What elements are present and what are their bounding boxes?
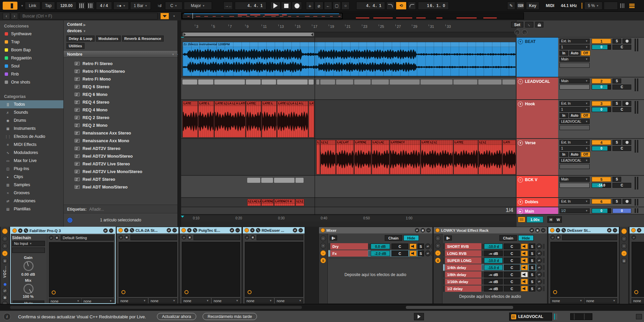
horizontal-scrollbar[interactable] <box>0 304 644 311</box>
chain-hotswap-icon[interactable]: ⇄ <box>536 265 542 270</box>
audio-clip[interactable]: L( L( <box>478 140 502 174</box>
chain-drag-handle[interactable] <box>443 285 444 292</box>
chain-name[interactable]: SUPER LONG <box>445 257 481 264</box>
plugin-edit-icon[interactable]: 🔧 <box>256 228 260 232</box>
chain-solo-button[interactable]: S <box>418 244 424 249</box>
sidebar-item-collection[interactable]: Trap <box>0 38 63 46</box>
draw-mode-button[interactable]: ▢ <box>333 2 341 10</box>
chain-name[interactable]: LONG RVB <box>445 250 481 257</box>
sidebar-item-collection[interactable]: Soul <box>0 62 63 70</box>
chain-pan-field[interactable]: C <box>391 251 408 256</box>
group-fold-icon[interactable]: ≡ <box>518 177 523 182</box>
arm-button[interactable] <box>623 199 631 204</box>
chain-name[interactable]: 1/4th delay <box>445 264 481 271</box>
arm-button[interactable] <box>623 101 631 106</box>
track-number-badge[interactable]: 4 <box>592 140 611 145</box>
panel-divider[interactable] <box>178 20 181 227</box>
prev-marker-button[interactable]: ← <box>515 30 520 35</box>
preset-save-icon[interactable]: ▣ <box>187 235 192 239</box>
main-pan-field[interactable]: 0 <box>612 208 631 213</box>
filter-tag[interactable]: Modulators <box>96 36 120 42</box>
routing-box[interactable]: Main▼ <box>559 78 590 84</box>
play-button[interactable] <box>270 2 280 10</box>
time-ruler[interactable]: 0:100:200:300:400:501:00 <box>181 215 516 221</box>
filter-funnel-icon[interactable] <box>160 13 169 19</box>
plugin-edit-icon[interactable]: 🔧 <box>561 228 566 232</box>
chain-name[interactable]: Dry <box>330 243 368 250</box>
chain-pan-field[interactable]: C <box>504 286 520 291</box>
device-on-icon[interactable] <box>245 228 249 232</box>
corner-widget[interactable] <box>636 314 642 319</box>
monitor-in[interactable]: In <box>559 113 568 118</box>
volume-field[interactable]: 0 <box>592 107 611 112</box>
link-button[interactable]: Link <box>25 2 40 10</box>
chain-pan-field[interactable]: C <box>504 272 520 277</box>
strip-hotswap-icon[interactable]: ○ <box>2 236 8 241</box>
next-marker-button[interactable]: → <box>522 30 527 35</box>
audio-clip[interactable]: LATE <box>309 101 314 138</box>
chain-volume-field[interactable]: -10.0 d <box>484 258 503 263</box>
time-signature-field[interactable]: 4 / 4 <box>96 2 112 10</box>
show-devices-button[interactable]: ▮▸ <box>444 235 452 240</box>
preset-save-icon[interactable]: ▣ <box>251 235 255 239</box>
track-header-leadvocal[interactable]: ≡LEADVOCALMain▼2S0C <box>517 77 644 100</box>
more-icon[interactable]: ⋯ <box>541 228 545 232</box>
chain-solo-button[interactable]: S <box>418 251 424 256</box>
strip-list-icon[interactable]: ≣ <box>2 258 8 264</box>
stop-button[interactable] <box>281 2 291 10</box>
list-item[interactable]: Retro Fi Mono <box>64 75 177 83</box>
device-title-bar[interactable]: ▼ 🔧 FabFilter Pro-Q 3 ⇄ ⋯ <box>11 227 115 234</box>
current-track-indicator[interactable]: LEADVOCAL <box>509 313 552 321</box>
routing-box[interactable] <box>559 164 590 169</box>
audio-clip[interactable]: LA( LAT <box>336 140 354 174</box>
chain-name[interactable]: Fx <box>330 250 368 257</box>
chain-row[interactable]: 1/16th delay-∞ dBCS⇄ <box>434 278 547 285</box>
list-item[interactable]: Retro Fi Stereo <box>64 60 177 67</box>
list-item[interactable]: REQ 4 Stereo <box>64 98 177 106</box>
monitor-off[interactable]: Off <box>581 51 590 56</box>
arrangement-lanes[interactable]: Zz 2blezzz instrumental 120BPMLATELATE L… <box>181 38 516 215</box>
track-activator-icon[interactable] <box>2 228 8 234</box>
sidebar-item-category[interactable]: ≡MIDI Effects <box>0 141 63 149</box>
chain-hotswap-icon[interactable]: ⇄ <box>536 286 542 291</box>
chain-row[interactable]: Fx-2.0 dBCS⇄ <box>319 250 433 257</box>
plugin-display[interactable] <box>632 242 644 297</box>
list-item[interactable]: REQ 6 Mono <box>64 91 177 98</box>
macro-map-2[interactable]: none▼ <box>212 298 240 303</box>
scroll-thumb-left[interactable] <box>10 306 302 309</box>
tap-tempo-button[interactable]: Tap <box>42 2 55 10</box>
sidebar-item-category[interactable]: ⋮⋮Efectos de Audio <box>0 132 63 141</box>
chain-solo-button[interactable]: S <box>529 258 535 263</box>
preset-folder-icon[interactable]: ▱ <box>182 235 186 239</box>
macro-map-2[interactable]: none▼ <box>275 298 303 303</box>
list-item[interactable]: Renaissance Axx Mono <box>64 137 177 145</box>
macro-map-2[interactable]: none▼ <box>82 299 114 304</box>
midi-map-button[interactable]: MIDI <box>543 2 557 10</box>
chain-solo-button[interactable]: S <box>529 265 535 270</box>
plugin-edit-icon[interactable]: 🔧 <box>24 228 28 233</box>
follow-circle-button[interactable]: ○ <box>341 2 350 10</box>
chain-button[interactable]: Chain <box>385 235 402 241</box>
chain-drag-handle[interactable] <box>443 278 444 285</box>
routing-box[interactable] <box>559 183 590 188</box>
routing-box[interactable]: 1▼ <box>559 45 590 50</box>
preset-name-field[interactable] <box>194 235 240 240</box>
chain-solo-button[interactable]: S <box>529 286 535 291</box>
sidebar-item-category[interactable]: ▥Samples <box>0 181 63 189</box>
chain-activator-speaker-icon[interactable] <box>521 265 528 270</box>
list-item[interactable]: Reel ADT Stereo <box>64 175 177 183</box>
audio-clip[interactable]: LATE <box>182 101 198 138</box>
record-button[interactable] <box>292 2 302 10</box>
chain-row[interactable]: LONG RVB-∞ dBCS⇄ <box>434 250 547 257</box>
strip-list-icon[interactable]: ≣ <box>621 258 627 264</box>
chain-hotswap-icon[interactable]: ⇄ <box>536 258 542 263</box>
track-number-badge[interactable]: 2 <box>592 78 611 84</box>
key-root-menu[interactable]: C▼ <box>165 2 182 10</box>
chain-hotswap-icon[interactable]: ⇄ <box>536 244 542 249</box>
list-item[interactable]: Renaissance Axx Stereo <box>64 129 177 137</box>
scroll-thumb-right[interactable] <box>406 306 513 309</box>
sidebar-item-category[interactable]: ♬Sounds <box>0 108 63 116</box>
lock-envelopes-icon[interactable] <box>535 22 543 28</box>
device-title-bar[interactable]: Mixer ⇄ ▣ ⋯ <box>319 227 432 233</box>
chain-row[interactable]: 1/2 delay-∞ dBCS⇄ <box>434 285 547 292</box>
